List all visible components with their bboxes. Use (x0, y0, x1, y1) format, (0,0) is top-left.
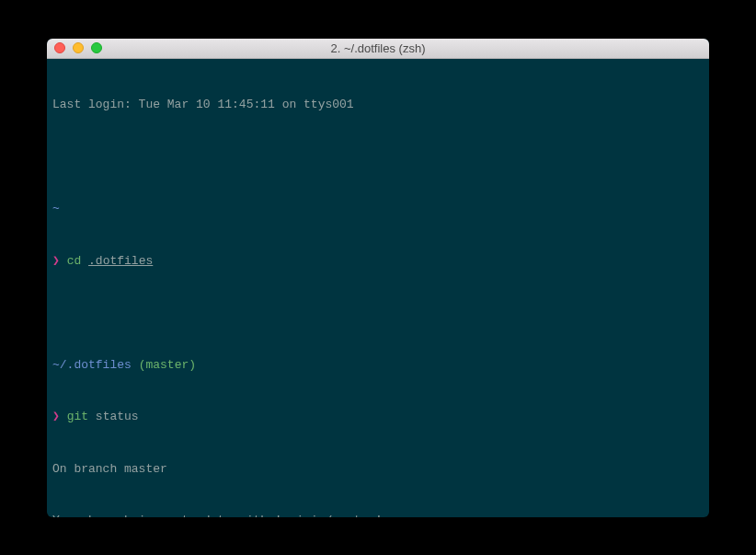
command-line: ❯ cd .dotfiles (52, 253, 704, 271)
command-arg: .dotfiles (88, 254, 153, 268)
minimize-icon[interactable] (73, 42, 84, 53)
output-line: On branch master (52, 461, 704, 479)
close-icon[interactable] (54, 42, 65, 53)
output-line: Your branch is up-to-date with 'origin/m… (52, 513, 704, 516)
command-arg: status (96, 410, 139, 423)
prompt-line: ~ (52, 201, 704, 218)
traffic-lights (54, 42, 102, 53)
command-line: ❯ git status (52, 409, 704, 426)
command: git (67, 410, 88, 423)
prompt-symbol: ❯ (52, 410, 60, 423)
git-branch: (master) (139, 358, 196, 372)
blank-line (52, 305, 704, 322)
zoom-icon[interactable] (91, 42, 102, 53)
terminal-body[interactable]: Last login: Tue Mar 10 11:45:11 on ttys0… (47, 59, 709, 517)
cwd: ~/.dotfiles (52, 358, 132, 372)
last-login-line: Last login: Tue Mar 10 11:45:11 on ttys0… (52, 97, 704, 114)
titlebar[interactable]: 2. ~/.dotfiles (zsh) (47, 39, 709, 59)
prompt-line: ~/.dotfiles (master) (52, 357, 704, 375)
blank-line (52, 149, 704, 167)
window-title: 2. ~/.dotfiles (zsh) (47, 41, 709, 55)
prompt-symbol: ❯ (52, 254, 60, 268)
command: cd (67, 254, 82, 268)
terminal-window: 2. ~/.dotfiles (zsh) Last login: Tue Mar… (47, 39, 709, 517)
cwd: ~ (52, 202, 60, 215)
